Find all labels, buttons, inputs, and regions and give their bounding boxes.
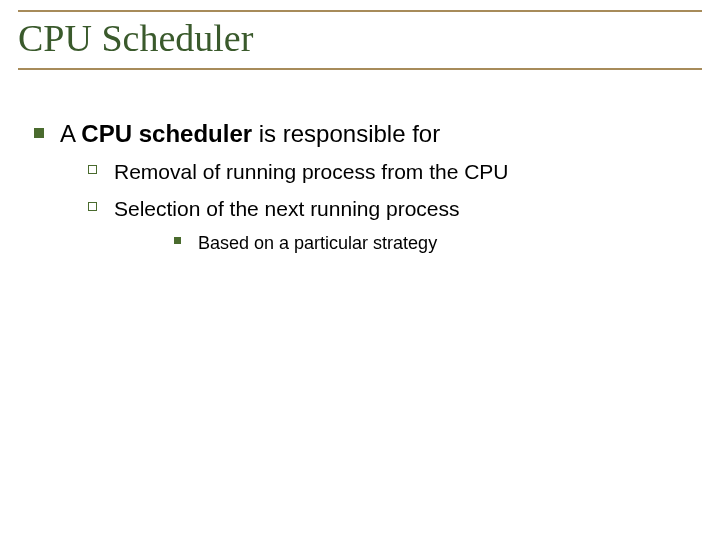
title-rule-top: [18, 10, 702, 12]
bullet-level2: Removal of running process from the CPU: [88, 158, 684, 186]
square-bullet-icon: [34, 128, 44, 138]
title-rule-bottom: [18, 68, 702, 70]
body-content: A CPU scheduler is responsible for Remov…: [34, 118, 684, 265]
level1-text: A CPU scheduler is responsible for: [60, 120, 440, 147]
small-square-bullet-icon: [174, 237, 181, 244]
level2-text-1: Selection of the next running process: [114, 197, 460, 220]
slide: CPU Scheduler A CPU scheduler is respons…: [0, 0, 720, 540]
level1-post: is responsible for: [252, 120, 440, 147]
hollow-square-bullet-icon: [88, 165, 97, 174]
bullet-level2: Selection of the next running process Ba…: [88, 195, 684, 256]
slide-title: CPU Scheduler: [18, 14, 702, 66]
level2-text-0: Removal of running process from the CPU: [114, 160, 509, 183]
title-block: CPU Scheduler: [18, 10, 702, 70]
bullet-level3: Based on a particular strategy: [174, 231, 684, 255]
hollow-square-bullet-icon: [88, 202, 97, 211]
bullet-level1: A CPU scheduler is responsible for Remov…: [34, 118, 684, 255]
level3-text: Based on a particular strategy: [198, 233, 437, 253]
level1-bold: CPU scheduler: [81, 120, 252, 147]
level1-pre: A: [60, 120, 81, 147]
